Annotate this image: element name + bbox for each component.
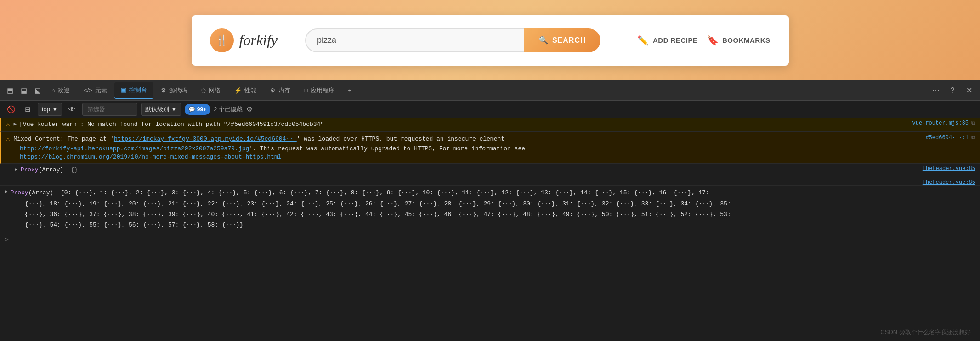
level-dropdown-icon: ▼: [171, 106, 177, 113]
dock-side-button[interactable]: ⬓: [17, 84, 30, 97]
network-icon: ◌: [201, 87, 206, 94]
mixed-content-url-1[interactable]: https://imckay-fxtfgv-3000.app.myide.io/…: [114, 136, 297, 142]
tab-elements-label: 元素: [95, 86, 107, 95]
devtools-tab-bar: ⬒ ⬓ ⬕ ⌂ 欢迎 </> 元素 ▣ 控制台 ⚙ 源代码 ◌ 网络 ⚡ 性能 …: [0, 80, 980, 101]
console-text-mixed-content-2: http://forkify-api.herokuapp.com/images/…: [20, 145, 525, 152]
warning-icon-1: ⚠: [6, 120, 10, 128]
bookmarks-icon: 🔖: [707, 35, 719, 46]
toggle-sidebar-button[interactable]: ⊟: [21, 103, 34, 116]
tab-welcome-label: 欢迎: [58, 86, 70, 95]
proxy-expand-arrow[interactable]: ▶: [15, 166, 18, 172]
tab-console[interactable]: ▣ 控制台: [114, 82, 153, 99]
application-icon: □: [304, 87, 308, 94]
copy-icon-2[interactable]: ⧉: [971, 135, 975, 141]
copy-icon-1[interactable]: ⧉: [971, 120, 975, 126]
level-selector[interactable]: 默认级别 ▼: [141, 103, 181, 116]
add-recipe-label: ADD RECIPE: [653, 36, 698, 44]
bookmarks-label: BOOKMARKS: [722, 36, 770, 44]
fork-icon: 🍴: [215, 34, 228, 46]
performance-icon: ⚡: [234, 87, 242, 94]
console-text-proxy-collapsed: Proxy(Array) {}: [21, 165, 913, 175]
help-button[interactable]: ?: [945, 83, 960, 98]
tab-welcome[interactable]: ⌂ 欢迎: [45, 82, 76, 99]
tab-memory[interactable]: ⚙ 内存: [264, 82, 297, 99]
tab-performance-label: 性能: [244, 86, 256, 95]
bookmarks-button[interactable]: 🔖 BOOKMARKS: [707, 35, 770, 46]
vue-router-location[interactable]: vue-router.mjs:35: [903, 120, 969, 126]
console-line-proxy-collapsed: ▶ Proxy(Array) {} TheHeader.vue:85: [0, 164, 980, 177]
blank-location[interactable]: TheHeader.vue:85: [913, 179, 975, 186]
proxy-location-1[interactable]: TheHeader.vue:85: [913, 165, 975, 172]
tab-network[interactable]: ◌ 网络: [194, 82, 227, 99]
level-label: 默认级别: [145, 105, 169, 114]
home-icon: ⌂: [51, 87, 55, 94]
issues-badge[interactable]: 💬 99+: [185, 104, 210, 115]
issues-emoji: 💬: [188, 106, 195, 113]
tab-sources[interactable]: ⚙ 源代码: [154, 82, 193, 99]
issues-count: 99+: [197, 106, 206, 113]
console-text-vue-router: [Vue Router warn]: No match found for lo…: [19, 120, 903, 130]
console-prompt: >: [5, 236, 9, 244]
search-input[interactable]: [305, 28, 524, 52]
tab-memory-label: 内存: [278, 86, 290, 95]
add-recipe-icon: ✏️: [637, 35, 649, 46]
filter-input[interactable]: [82, 103, 137, 116]
browser-content: 🍴 forkify 🔍 SEARCH ✏️ ADD RECIPE 🔖 BOOKM…: [0, 0, 980, 80]
clear-console-button[interactable]: 🚫: [5, 103, 17, 116]
watermark: CSDN @取个什么名字我还没想好: [880, 328, 971, 336]
sources-icon: ⚙: [161, 87, 166, 94]
mixed-content-location[interactable]: #5ed6604···:1: [916, 135, 969, 141]
console-input-line: >: [0, 233, 980, 247]
tab-network-label: 网络: [209, 86, 221, 95]
search-button-label: SEARCH: [552, 36, 586, 45]
console-line-mixed-content: ⚠ Mixed Content: The page at 'https://im…: [0, 132, 980, 164]
console-text-proxy-long: Proxy(Array) {0: {···}, 1: {···}, 2: {··…: [11, 188, 975, 231]
undock-button[interactable]: ⬒: [4, 84, 17, 97]
tab-application-label: 应用程序: [311, 86, 334, 95]
more-options-button[interactable]: ⋯: [929, 83, 943, 98]
console-input[interactable]: [12, 237, 975, 244]
hidden-count: 2 个已隐藏: [214, 105, 243, 114]
dock-bottom-button[interactable]: ⬕: [31, 84, 44, 97]
console-output[interactable]: ⚠ ▶ [Vue Router warn]: No match found fo…: [0, 118, 980, 341]
nav-buttons: ✏️ ADD RECIPE 🔖 BOOKMARKS: [637, 35, 770, 46]
mixed-content-url-2[interactable]: http://forkify-api.herokuapp.com/images/…: [20, 145, 249, 152]
tab-console-label: 控制台: [129, 86, 147, 94]
tab-elements[interactable]: </> 元素: [77, 82, 113, 99]
context-selector[interactable]: top ▼: [38, 103, 62, 116]
add-recipe-button[interactable]: ✏️ ADD RECIPE: [637, 35, 697, 46]
tab-sources-label: 源代码: [169, 86, 187, 95]
app-header: 🍴 forkify 🔍 SEARCH ✏️ ADD RECIPE 🔖 BOOKM…: [192, 15, 789, 66]
memory-icon: ⚙: [270, 87, 276, 94]
search-icon: 🔍: [539, 36, 549, 45]
elements-icon: </>: [84, 87, 92, 94]
logo-area: 🍴 forkify: [210, 28, 278, 52]
visibility-toggle[interactable]: 👁: [66, 103, 79, 116]
mixed-content-url-3[interactable]: https://blog.chromium.org/2019/10/no-mor…: [20, 153, 282, 160]
console-line-proxy-long: ▶ Proxy(Array) {0: {···}, 1: {···}, 2: {…: [0, 186, 980, 233]
context-dropdown-icon: ▼: [52, 106, 58, 113]
search-area: 🔍 SEARCH: [305, 28, 600, 52]
console-toolbar: 🚫 ⊟ top ▼ 👁 默认级别 ▼ 💬 99+ 2 个已隐藏 ⚙: [0, 101, 980, 118]
warning-icon-2: ⚠: [6, 135, 10, 143]
console-line-blank: TheHeader.vue:85: [0, 177, 980, 186]
console-text-mixed-content: Mixed Content: The page at 'https://imck…: [13, 135, 916, 144]
tab-performance[interactable]: ⚡ 性能: [228, 82, 263, 99]
tab-application[interactable]: □ 应用程序: [298, 82, 341, 99]
devtools-end-buttons: ⋯ ? ✕: [929, 83, 976, 98]
proxy-long-expand-arrow[interactable]: ▶: [5, 188, 8, 194]
devtools-panel: ⬒ ⬓ ⬕ ⌂ 欢迎 </> 元素 ▣ 控制台 ⚙ 源代码 ◌ 网络 ⚡ 性能 …: [0, 80, 980, 341]
console-icon: ▣: [121, 86, 126, 93]
expand-arrow-1[interactable]: ▶: [13, 121, 17, 127]
console-line-vue-router-warn: ⚠ ▶ [Vue Router warn]: No match found fo…: [0, 118, 980, 132]
logo-icon: 🍴: [210, 28, 234, 52]
search-button[interactable]: 🔍 SEARCH: [524, 28, 601, 52]
tab-more[interactable]: +: [342, 82, 358, 99]
context-label: top: [42, 106, 50, 113]
logo-text: forkify: [239, 32, 278, 49]
close-devtools-button[interactable]: ✕: [962, 83, 976, 98]
console-settings-button[interactable]: ⚙: [246, 105, 252, 114]
